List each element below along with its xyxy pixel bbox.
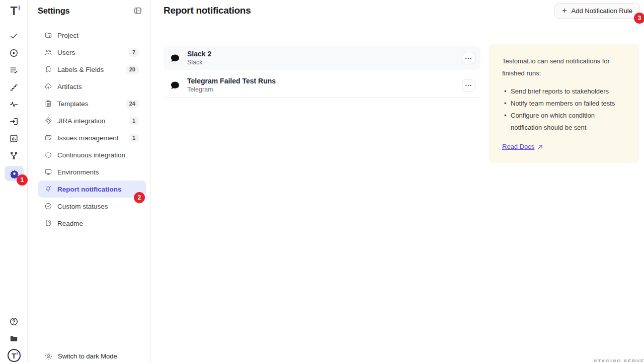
count-badge: 24 bbox=[126, 100, 139, 108]
sidebar-item-label: JIRA integration bbox=[57, 117, 129, 125]
sidebar-item-readme[interactable]: Readme bbox=[38, 215, 146, 232]
user-avatar[interactable]: T bbox=[0, 348, 28, 362]
sidebar-item-users[interactable]: Users 7 bbox=[38, 44, 146, 61]
read-docs-label: Read Docs bbox=[502, 141, 534, 153]
notifications-info-panel: Testomat.io can send notifications for f… bbox=[489, 44, 639, 163]
sidebar-item-label: Environments bbox=[57, 168, 139, 176]
avatar-logo-icon: T bbox=[8, 349, 21, 362]
rule-type: Slack bbox=[187, 58, 462, 67]
folder-icon bbox=[9, 334, 19, 343]
plus-icon: + bbox=[562, 7, 567, 15]
read-docs-link[interactable]: Read Docs bbox=[502, 141, 543, 153]
clipboard-icon bbox=[44, 100, 52, 108]
check-icon bbox=[9, 31, 19, 41]
rail-item-pulse[interactable] bbox=[0, 98, 28, 110]
help-circle-icon bbox=[9, 317, 19, 326]
sidebar-item-custom-statuses[interactable]: Custom statuses bbox=[38, 198, 146, 215]
info-bullet-list: Send brief reports to stakeholders Notif… bbox=[504, 85, 626, 134]
rule-row-telegram[interactable]: Telegram Failed Test Runs Telegram ... bbox=[164, 74, 480, 98]
sidebar-item-label: Custom statuses bbox=[57, 203, 139, 210]
sidebar-item-report-notifications[interactable]: Report notifications bbox=[38, 180, 146, 198]
rule-type: Telegram bbox=[187, 85, 462, 95]
sidebar-item-labels-fields[interactable]: Labels & Fields 20 bbox=[38, 61, 146, 78]
sidebar-item-label: Readme bbox=[57, 220, 139, 227]
bookmark-icon bbox=[44, 65, 52, 73]
bell-icon bbox=[44, 185, 52, 193]
sidebar-item-continuous-integration[interactable]: Continuous integration bbox=[38, 146, 146, 163]
import-box-icon bbox=[9, 117, 19, 126]
sidebar-item-templates[interactable]: Templates 24 bbox=[38, 95, 146, 112]
bar-chart-icon bbox=[9, 134, 19, 143]
panel-collapse-icon bbox=[133, 6, 142, 15]
rail-item-runs[interactable] bbox=[0, 47, 28, 59]
info-intro: Testomat.io can send notifications for f… bbox=[502, 55, 626, 79]
sidebar-item-issues-management[interactable]: Issues management 1 bbox=[38, 129, 146, 146]
folder-gear-icon bbox=[44, 31, 52, 39]
pulse-icon bbox=[9, 100, 19, 109]
users-icon bbox=[44, 48, 52, 56]
sidebar-item-label: Templates bbox=[57, 100, 126, 108]
sidebar-item-label: Artifacts bbox=[57, 83, 139, 90]
count-badge: 20 bbox=[126, 65, 139, 74]
rule-row-slack[interactable]: Slack 2 Slack ... bbox=[164, 46, 480, 70]
rail-item-help[interactable] bbox=[0, 315, 28, 327]
info-bullet: Configure on which condition notificatio… bbox=[504, 110, 626, 134]
collapse-sidebar-button[interactable] bbox=[132, 5, 143, 16]
main-content: Report notifications + Add Notification … bbox=[151, 0, 644, 362]
sidebar-item-label: Issues management bbox=[57, 134, 129, 142]
sidebar-item-jira-integration[interactable]: JIRA integration 1 bbox=[38, 112, 146, 129]
book-open-icon bbox=[44, 219, 52, 227]
sidebar-item-label: Project bbox=[57, 32, 139, 39]
sidebar-item-project[interactable]: Project bbox=[38, 27, 146, 44]
sidebar-item-label: Users bbox=[57, 49, 129, 56]
settings-menu: Project Users 7 Labels & Fields 20 Artif… bbox=[28, 27, 151, 232]
info-bullet: Send brief reports to stakeholders bbox=[504, 85, 626, 98]
sidebar-item-label: Labels & Fields bbox=[57, 66, 126, 73]
tour-step-badge-1[interactable]: 1 bbox=[17, 174, 28, 186]
sidebar-item-label: Report notifications bbox=[57, 186, 139, 193]
sun-dim-icon bbox=[44, 352, 53, 360]
rail-item-plans[interactable] bbox=[0, 64, 28, 76]
rail-item-milestones[interactable] bbox=[0, 81, 28, 93]
rail-item-branches[interactable] bbox=[0, 149, 28, 161]
tour-step-badge-2[interactable]: 2 bbox=[134, 192, 145, 203]
play-circle-icon bbox=[9, 48, 19, 58]
issues-card-icon bbox=[44, 134, 52, 142]
notification-rules-list: Slack 2 Slack ... Telegram Failed Test R… bbox=[164, 46, 480, 98]
steps-icon bbox=[9, 82, 19, 92]
testomat-logo-icon: T bbox=[10, 6, 17, 17]
add-notification-rule-button[interactable]: + Add Notification Rule bbox=[554, 3, 640, 19]
rail-item-tests[interactable] bbox=[0, 30, 28, 42]
jira-icon bbox=[44, 117, 52, 125]
rail-item-projects[interactable] bbox=[0, 332, 28, 344]
bottom-right-cutoff-text: STAGING SERVER bbox=[594, 359, 644, 362]
count-badge: 7 bbox=[129, 48, 139, 57]
cloud-upload-icon bbox=[44, 82, 52, 90]
list-check-icon bbox=[9, 65, 19, 75]
sidebar-title: Settings bbox=[38, 6, 70, 16]
sidebar-item-artifacts[interactable]: Artifacts bbox=[38, 78, 146, 95]
chat-bubble-icon bbox=[170, 80, 181, 91]
app-logo[interactable]: T bbox=[0, 4, 28, 18]
chat-bubble-icon bbox=[170, 53, 181, 64]
count-badge: 1 bbox=[129, 117, 139, 125]
info-bullet: Notify team members on failed tests bbox=[504, 98, 626, 110]
ci-puzzle-icon bbox=[44, 151, 52, 159]
circle-check-icon bbox=[44, 202, 52, 210]
add-button-label: Add Notification Rule bbox=[572, 7, 632, 15]
tour-step-badge-3[interactable]: 3 bbox=[634, 13, 644, 24]
external-link-arrow-icon bbox=[537, 144, 543, 150]
page-title: Report notifications bbox=[164, 5, 251, 16]
rail-item-analytics[interactable] bbox=[0, 132, 28, 144]
rule-menu-button[interactable]: ... bbox=[462, 52, 475, 64]
branch-icon bbox=[9, 151, 19, 160]
monitor-icon bbox=[44, 168, 52, 176]
sidebar-item-label: Continuous integration bbox=[57, 151, 139, 159]
dark-mode-toggle[interactable]: Switch to dark Mode bbox=[44, 352, 117, 360]
rule-name: Slack 2 bbox=[187, 49, 462, 58]
sidebar-item-environments[interactable]: Environments bbox=[38, 163, 146, 180]
dark-mode-label: Switch to dark Mode bbox=[58, 352, 117, 360]
rail-item-import[interactable] bbox=[0, 115, 28, 127]
count-badge: 1 bbox=[129, 134, 139, 142]
rule-menu-button[interactable]: ... bbox=[462, 79, 475, 92]
